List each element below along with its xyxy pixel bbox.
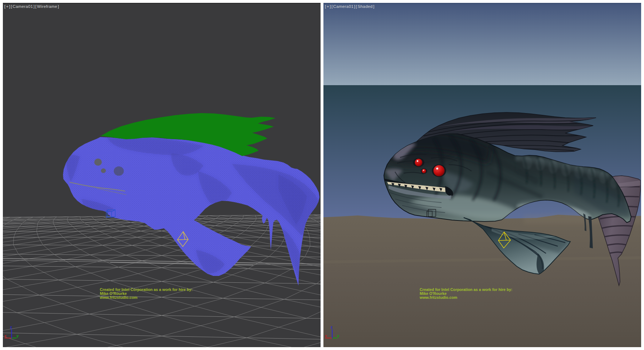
svg-text:z: z (10, 325, 12, 329)
svg-text:y: y (16, 334, 19, 338)
svg-text:z: z (331, 325, 333, 329)
svg-text:www.fritzstudio.com: www.fritzstudio.com (419, 295, 457, 300)
svg-text:x: x (4, 334, 7, 338)
svg-text:www.fritzstudio.com: www.fritzstudio.com (99, 295, 137, 300)
svg-text:x: x (325, 334, 327, 338)
svg-text:y: y (337, 334, 340, 338)
